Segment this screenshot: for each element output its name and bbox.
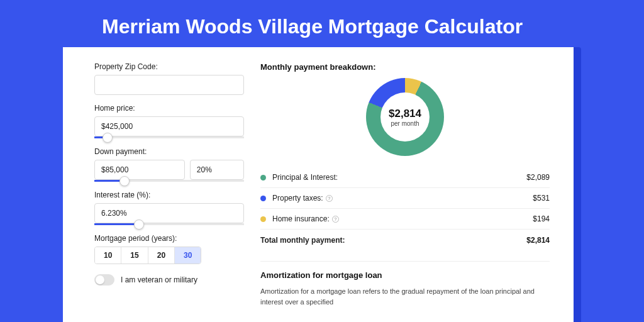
zip-input[interactable] <box>94 75 244 95</box>
period-button-15[interactable]: 15 <box>121 247 148 264</box>
period-button-10[interactable]: 10 <box>95 247 121 264</box>
amortization-block: Amortization for mortgage loan Amortizat… <box>260 261 550 307</box>
interest-label: Interest rate (%): <box>94 191 244 199</box>
interest-slider-fill <box>94 223 139 225</box>
results-column: Monthly payment breakdown: $2,814 per mo… <box>260 62 550 322</box>
total-label: Total monthly payment: <box>260 236 526 245</box>
legend-row: Principal & Interest:$2,089 <box>260 167 550 188</box>
zip-label: Property Zip Code: <box>94 62 244 71</box>
period-field-block: Mortgage period (years): 10152030 <box>94 234 244 264</box>
donut-subtext: per month <box>391 120 419 127</box>
legend-label: Home insurance: ? <box>272 214 533 223</box>
legend-dot <box>260 216 266 222</box>
amortization-heading: Amortization for mortgage loan <box>260 270 550 280</box>
interest-slider[interactable] <box>94 223 244 225</box>
home-price-label: Home price: <box>94 104 244 113</box>
legend-row: Property taxes: ?$531 <box>260 188 550 209</box>
period-button-group: 10152030 <box>94 247 201 264</box>
legend-dot <box>260 196 266 201</box>
interest-slider-thumb[interactable] <box>134 219 144 230</box>
down-payment-slider-thumb[interactable] <box>119 176 130 186</box>
down-payment-label: Down payment: <box>94 147 244 156</box>
legend-value: $194 <box>533 214 550 223</box>
calculator-card: Property Zip Code: Home price: Down paym… <box>63 47 574 322</box>
breakdown-heading: Monthly payment breakdown: <box>260 62 550 72</box>
page-title: Merriam Woods Village Mortgage Calculato… <box>0 0 644 47</box>
card-shadow-wrap: Property Zip Code: Home price: Down paym… <box>63 47 581 322</box>
period-button-30[interactable]: 30 <box>175 247 201 264</box>
total-value: $2,814 <box>526 236 550 245</box>
legend-value: $2,089 <box>526 173 550 182</box>
legend-list: Principal & Interest:$2,089Property taxe… <box>260 167 550 230</box>
info-icon[interactable]: ? <box>332 216 339 223</box>
legend-value: $531 <box>533 194 550 203</box>
down-payment-percent-input[interactable] <box>190 160 244 180</box>
home-price-slider[interactable] <box>94 136 244 138</box>
home-price-field-block: Home price: <box>94 104 244 138</box>
donut-amount: $2,814 <box>389 108 421 120</box>
veteran-toggle[interactable] <box>94 274 114 286</box>
legend-label: Property taxes: ? <box>272 194 533 203</box>
legend-label: Principal & Interest: <box>272 173 526 182</box>
interest-input[interactable] <box>94 203 244 223</box>
interest-field-block: Interest rate (%): <box>94 191 244 225</box>
down-payment-amount-input[interactable] <box>94 160 185 180</box>
info-icon[interactable]: ? <box>326 195 333 202</box>
legend-row: Home insurance: ?$194 <box>260 209 550 230</box>
home-price-input[interactable] <box>94 116 244 136</box>
home-price-slider-thumb[interactable] <box>103 133 113 143</box>
amortization-text: Amortization for a mortgage loan refers … <box>260 286 550 307</box>
down-payment-field-block: Down payment: <box>94 147 244 182</box>
total-row: Total monthly payment: $2,814 <box>260 230 550 251</box>
legend-dot <box>260 175 266 180</box>
down-payment-slider[interactable] <box>94 180 244 182</box>
donut-chart-wrap: $2,814 per month <box>260 78 550 156</box>
donut-chart: $2,814 per month <box>366 78 444 156</box>
period-label: Mortgage period (years): <box>94 234 244 243</box>
inputs-column: Property Zip Code: Home price: Down paym… <box>94 62 244 322</box>
period-button-20[interactable]: 20 <box>148 247 175 264</box>
donut-center: $2,814 per month <box>380 92 430 142</box>
veteran-toggle-row: I am veteran or military <box>94 274 244 286</box>
veteran-label: I am veteran or military <box>121 275 197 284</box>
zip-field-block: Property Zip Code: <box>94 62 244 95</box>
